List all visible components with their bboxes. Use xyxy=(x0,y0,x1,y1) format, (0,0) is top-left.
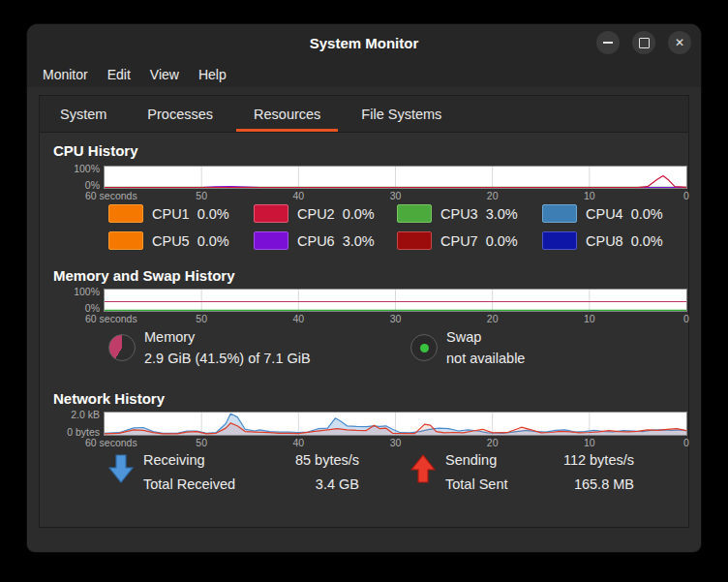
cpu-x-tick-label: 60 seconds xyxy=(85,190,137,201)
network-x-tick-label: 30 xyxy=(390,437,402,448)
window-title: System Monitor xyxy=(310,35,419,51)
network-x-tick-label: 60 seconds xyxy=(85,437,137,448)
close-icon: ✕ xyxy=(675,36,684,49)
cpu-x-tick-label: 20 xyxy=(487,190,499,201)
menu-monitor[interactable]: Monitor xyxy=(33,63,98,86)
cpu7-swatch xyxy=(397,231,432,250)
swap-detail: not available xyxy=(446,351,525,366)
minimize-button[interactable] xyxy=(596,31,620,54)
memory-x-tick-label: 30 xyxy=(390,313,402,324)
memory-x-tick-label: 0 xyxy=(683,313,689,324)
resources-content: CPU History 100% 0% 60 seconds5040302010… xyxy=(40,133,688,528)
maximize-icon xyxy=(639,38,650,48)
cpu7-legend-item: CPU70.0% xyxy=(397,231,542,250)
network-legend: Receiving 85 bytes/s Total Received 3.4 … xyxy=(108,452,634,492)
swap-dot xyxy=(420,344,429,352)
cpu-x-tick-label: 30 xyxy=(390,190,402,201)
cpu-x-tick-label: 0 xyxy=(683,190,689,201)
cpu5-legend-item: CPU50.0% xyxy=(108,231,254,250)
memory-x-labels: 60 seconds50403020100 xyxy=(105,313,686,324)
tab-file-systems[interactable]: File Systems xyxy=(341,96,462,132)
cpu4-legend-item: CPU40.0% xyxy=(542,204,689,223)
cpu5-swatch xyxy=(108,231,143,250)
sending-rate: 112 bytes/s xyxy=(554,452,634,468)
cpu6-swatch xyxy=(254,231,288,250)
tab-processes[interactable]: Processes xyxy=(127,96,233,132)
cpu-x-labels: 60 seconds50403020100 xyxy=(105,190,686,201)
sending-arrow-icon xyxy=(410,454,436,483)
memory-history-header: Memory and Swap History xyxy=(53,267,235,284)
cpu-legend: CPU10.0% CPU20.0% CPU33.0% CPU40.0% CPU5… xyxy=(108,204,689,250)
cpu8-swatch xyxy=(542,231,577,250)
menu-edit[interactable]: Edit xyxy=(98,63,140,86)
swap-pie-icon xyxy=(410,334,438,361)
memory-x-tick-label: 60 seconds xyxy=(85,313,137,324)
menu-view[interactable]: View xyxy=(140,63,189,86)
maximize-button[interactable] xyxy=(632,31,655,54)
swap-label: Swap xyxy=(446,329,525,345)
total-sent-value: 165.8 MB xyxy=(554,476,634,492)
memory-label: Memory xyxy=(144,329,311,345)
memory-detail: 2.9 GiB (41.5%) of 7.1 GiB xyxy=(144,351,311,366)
cpu6-legend-item: CPU63.0% xyxy=(254,231,397,250)
cpu1-swatch xyxy=(108,204,143,223)
window-controls: ✕ xyxy=(596,31,691,54)
sending-label: Sending xyxy=(445,452,554,468)
receiving-arrow-icon xyxy=(108,454,134,483)
tab-strip: System Processes Resources File Systems xyxy=(40,96,688,133)
close-button[interactable]: ✕ xyxy=(668,31,691,54)
cpu-history-header: CPU History xyxy=(53,142,138,159)
memory-swap-legend: Memory 2.9 GiB (41.5%) of 7.1 GiB Swap n… xyxy=(108,329,525,366)
titlebar[interactable]: System Monitor ✕ xyxy=(27,24,701,61)
total-received-label: Total Received xyxy=(143,476,261,492)
network-x-tick-label: 50 xyxy=(196,437,207,448)
cpu3-legend-item: CPU33.0% xyxy=(397,204,542,223)
tab-resources[interactable]: Resources xyxy=(233,96,341,132)
cpu-y-max-label: 100% xyxy=(74,164,100,174)
total-sent-label: Total Sent xyxy=(445,476,554,492)
minimize-icon xyxy=(603,42,613,44)
network-y-max-label: 2.0 kB xyxy=(71,410,100,420)
network-history-chart: 2.0 kB 0 bytes 60 seconds50403020100 xyxy=(104,412,687,436)
cpu2-swatch xyxy=(254,204,288,223)
memory-x-tick-label: 40 xyxy=(292,313,304,324)
cpu-x-tick-label: 40 xyxy=(292,190,304,201)
cpu-x-tick-label: 10 xyxy=(584,190,595,201)
network-x-labels: 60 seconds50403020100 xyxy=(105,437,686,448)
memory-x-tick-label: 10 xyxy=(584,313,595,324)
receiving-label: Receiving xyxy=(143,452,261,468)
network-x-tick-label: 40 xyxy=(292,437,304,448)
network-history-header: Network History xyxy=(53,390,165,407)
memory-x-tick-label: 50 xyxy=(196,313,207,324)
system-monitor-window: System Monitor ✕ Monitor Edit View Help … xyxy=(26,23,702,553)
total-received-value: 3.4 GB xyxy=(261,476,359,492)
cpu-x-tick-label: 50 xyxy=(196,190,207,201)
menubar: Monitor Edit View Help xyxy=(27,61,701,87)
memory-legend-item: Memory 2.9 GiB (41.5%) of 7.1 GiB xyxy=(108,329,410,366)
cpu3-swatch xyxy=(397,204,432,223)
network-x-tick-label: 10 xyxy=(584,437,595,448)
cpu-history-chart: 100% 0% 60 seconds50403020100 xyxy=(104,166,687,189)
swap-legend-item: Swap not available xyxy=(410,329,525,366)
network-x-tick-label: 0 xyxy=(683,437,689,448)
memory-pie-icon xyxy=(108,334,136,361)
resources-panel: System Processes Resources File Systems … xyxy=(39,95,689,528)
menu-help[interactable]: Help xyxy=(189,63,236,86)
memory-y-max-label: 100% xyxy=(74,287,100,297)
memory-swap-chart: 100% 0% 60 seconds50403020100 xyxy=(104,289,687,312)
sending-legend-item: Sending 112 bytes/s Total Sent 165.8 MB xyxy=(410,452,634,492)
memory-x-tick-label: 20 xyxy=(487,313,499,324)
tab-system[interactable]: System xyxy=(40,96,127,132)
cpu1-legend-item: CPU10.0% xyxy=(108,204,254,223)
receiving-rate: 85 bytes/s xyxy=(261,452,359,468)
cpu2-legend-item: CPU20.0% xyxy=(254,204,397,223)
cpu4-swatch xyxy=(542,204,577,223)
network-x-tick-label: 20 xyxy=(487,437,499,448)
cpu8-legend-item: CPU80.0% xyxy=(542,231,689,250)
receiving-legend-item: Receiving 85 bytes/s Total Received 3.4 … xyxy=(108,452,410,492)
